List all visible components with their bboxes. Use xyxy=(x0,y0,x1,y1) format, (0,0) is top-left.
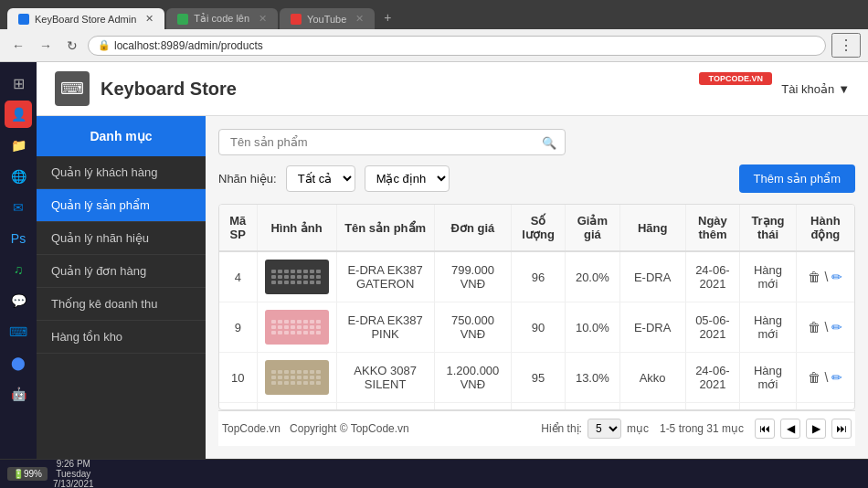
action-edit-icon[interactable]: ✏ xyxy=(831,370,842,385)
col-action: Hành động xyxy=(796,205,854,251)
cell-date: 05-06-2021 xyxy=(685,302,740,353)
lock-icon: 🔒 xyxy=(98,39,111,51)
per-page-select[interactable]: 5 xyxy=(587,419,621,439)
account-button[interactable]: Tài khoản ▼ xyxy=(781,82,850,96)
product-table-container: Mã SP Hình ảnh Tên sản phẩm Đơn giá Số l… xyxy=(218,204,855,410)
cell-image xyxy=(257,353,336,403)
action-delete-icon[interactable]: 🗑 xyxy=(808,270,820,284)
search-row: 🔍 xyxy=(218,129,855,155)
action-delete-icon[interactable]: 🗑 xyxy=(808,370,820,385)
col-brand: Hãng xyxy=(619,205,685,251)
address-bar[interactable]: 🔒 localhost:8989/admin/products xyxy=(88,36,826,56)
chrome-icon-btn[interactable]: ⬤ xyxy=(5,349,32,377)
cell-price: 799.000 VNĐ xyxy=(434,251,512,302)
action-edit-icon[interactable]: ✏ xyxy=(831,270,842,284)
tab-close-1[interactable]: ✕ xyxy=(259,13,267,25)
footer-brand: TopCode.vn xyxy=(222,422,281,435)
page-first-button[interactable]: ⏮ xyxy=(755,419,775,439)
vscode-icon-btn[interactable]: ⌨ xyxy=(5,318,32,345)
forward-button[interactable]: → xyxy=(35,37,57,55)
action-edit-icon[interactable]: ✏ xyxy=(831,320,842,334)
tabs-bar: KeyBoard Store Admin ✕ Tải code lên ✕ Yo… xyxy=(7,5,861,29)
user-icon-btn[interactable]: 👤 xyxy=(5,101,32,128)
spotify-icon-btn[interactable]: ♫ xyxy=(5,256,32,283)
filter-sort-select[interactable]: Mặc định xyxy=(365,165,450,192)
cell-status: Hàng mới xyxy=(740,302,796,353)
cell-actions: 🗑 \ ✏ xyxy=(796,302,854,353)
taskbar: 🔋99% 9:26 PM Tuesday 7/13/2021 xyxy=(0,459,868,488)
nav-sidebar: Danh mục Quản lý khách hàng Quản lý sản … xyxy=(37,116,206,459)
cell-discount: 13.0% xyxy=(565,353,619,403)
search-icon[interactable]: 🔍 xyxy=(542,135,556,149)
sidebar-item-customers[interactable]: Quản lý khách hàng xyxy=(37,156,206,189)
table-row: 9 E-DRA EK387 PINK 750.000 VNĐ 90 10.0% … xyxy=(219,302,854,353)
cell-discount: 20.0% xyxy=(565,251,619,302)
windows-icon-btn[interactable]: ⊞ xyxy=(5,69,32,97)
mail-icon-btn[interactable]: ✉ xyxy=(5,194,32,221)
cell-qty: 96 xyxy=(512,251,566,302)
tab-label-0: KeyBoard Store Admin xyxy=(35,14,136,25)
edge-icon-btn[interactable]: 🌐 xyxy=(5,163,32,190)
sidebar-item-orders[interactable]: Quản lý đơn hàng xyxy=(37,255,206,288)
folder-icon-btn[interactable]: 📁 xyxy=(5,132,32,159)
cell-actions: 🗑 \ ✏ xyxy=(796,353,854,403)
tab-keyboard-store[interactable]: KeyBoard Store Admin ✕ xyxy=(7,8,164,29)
tab-favicon-0 xyxy=(18,14,29,25)
nav-bar: ← → ↻ 🔒 localhost:8989/admin/products ⋮ xyxy=(0,29,868,62)
account-chevron-icon: ▼ xyxy=(838,82,850,96)
tab-close-2[interactable]: ✕ xyxy=(355,13,364,25)
filter-brand-label: Nhãn hiệu: xyxy=(218,172,277,186)
page-prev-button[interactable]: ◀ xyxy=(780,419,800,439)
refresh-button[interactable]: ↻ xyxy=(62,37,82,55)
browser-menu-button[interactable]: ⋮ xyxy=(831,33,861,58)
product-thumbnail xyxy=(265,310,329,345)
cell-price: 1.200.000 VNĐ xyxy=(434,353,512,403)
add-product-button[interactable]: Thêm sản phẩm xyxy=(739,164,855,193)
sidebar-item-products[interactable]: Quản lý sản phẩm xyxy=(37,189,206,222)
tab-label-2: YouTube xyxy=(307,14,346,25)
battery-indicator: 🔋99% xyxy=(7,467,48,481)
action-divider: \ xyxy=(824,270,828,284)
search-input[interactable] xyxy=(218,129,566,155)
filter-brand-select[interactable]: Tất cả xyxy=(286,165,355,192)
action-divider: \ xyxy=(824,370,828,385)
table-row: 10 AKKO 3087 SILENT 1.200.000 VNĐ 95 13.… xyxy=(219,353,854,403)
tab-youtube[interactable]: YouTube ✕ xyxy=(280,8,375,29)
tab-close-0[interactable]: ✕ xyxy=(145,13,153,25)
product-table: Mã SP Hình ảnh Tên sản phẩm Đơn giá Số l… xyxy=(219,205,854,410)
col-qty: Số lượng xyxy=(512,205,566,251)
cell-image xyxy=(257,251,336,302)
new-tab-button[interactable]: + xyxy=(376,5,398,29)
back-button[interactable]: ← xyxy=(7,37,29,55)
browser-chrome: KeyBoard Store Admin ✕ Tải code lên ✕ Yo… xyxy=(0,0,868,29)
action-divider: \ xyxy=(824,320,828,334)
col-price: Đơn giá xyxy=(434,205,512,251)
cell-name: Keychron K8 xyxy=(336,403,434,411)
table-row: 20 Keychron K8 2.100.000 VNĐ 96 0.0% Key… xyxy=(219,403,854,411)
sidebar-item-brands[interactable]: Quản lý nhãn hiệu xyxy=(37,222,206,255)
filter-row: Nhãn hiệu: Tất cả Mặc định Thêm sản phẩm xyxy=(218,164,855,193)
body-container: Danh mục Quản lý khách hàng Quản lý sản … xyxy=(37,116,868,459)
time: 9:26 PM xyxy=(57,459,90,469)
cell-status: Hàng mới xyxy=(740,251,796,302)
sidebar-header[interactable]: Danh mục xyxy=(37,116,206,156)
photoshop-icon-btn[interactable]: Ps xyxy=(5,225,32,252)
page-next-button[interactable]: ▶ xyxy=(806,419,826,439)
app-header: ⌨ Keyboard Store TOPCODE.VN Tài khoản ▼ xyxy=(37,62,868,116)
android-icon-btn[interactable]: 🤖 xyxy=(5,380,32,408)
action-delete-icon[interactable]: 🗑 xyxy=(808,320,820,334)
sidebar-item-inventory[interactable]: Hàng tồn kho xyxy=(37,321,206,354)
tab-upload[interactable]: Tải code lên ✕ xyxy=(166,8,278,29)
cell-id: 10 xyxy=(219,353,257,403)
page-last-button[interactable]: ⏭ xyxy=(831,419,852,439)
messenger-icon-btn[interactable]: 💬 xyxy=(5,287,32,314)
date: 7/13/2021 xyxy=(53,479,94,488)
sidebar-item-stats[interactable]: Thống kê doanh thu xyxy=(37,288,206,321)
page-range: 1-5 trong 31 mục xyxy=(660,422,744,435)
cell-id: 4 xyxy=(219,251,257,302)
cell-brand: Akko xyxy=(619,353,685,403)
topcode-badge: TOPCODE.VN xyxy=(699,72,772,105)
right-panel: ⌨ Keyboard Store TOPCODE.VN Tài khoản ▼ … xyxy=(37,62,868,459)
cell-brand: E-DRA xyxy=(619,302,685,353)
day: Tuesday xyxy=(56,469,90,479)
